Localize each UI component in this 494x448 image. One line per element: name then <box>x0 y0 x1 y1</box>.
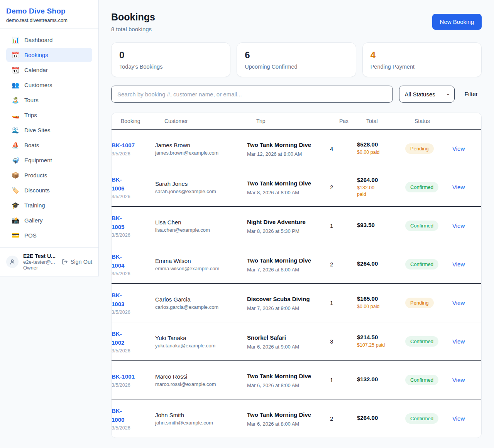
status-cell: Confirmed <box>405 375 452 385</box>
view-link[interactable]: View <box>452 145 465 152</box>
sidebar-item-dive-sites[interactable]: 🌊 Dive Sites <box>6 123 92 137</box>
sidebar-item-equipment[interactable]: 🤿 Equipment <box>6 153 92 167</box>
total-cell: $214.50 $107.25 paid <box>357 334 405 349</box>
pax-cell: 2 <box>330 184 357 190</box>
status-badge: Confirmed <box>405 182 438 192</box>
sidebar-item-boats[interactable]: ⛵ Boats <box>6 138 92 152</box>
booking-id-link[interactable]: BK- 1002 <box>112 329 150 347</box>
booking-cell: BK- 1005 3/5/2026 <box>112 214 155 238</box>
people-icon: 👥 <box>12 82 19 88</box>
sidebar-item-discounts[interactable]: 🏷️ Discounts <box>6 183 92 197</box>
view-link[interactable]: View <box>452 377 465 383</box>
booking-id-link[interactable]: BK- 1005 <box>112 214 150 232</box>
user-email: e2e-tester@... <box>23 259 57 265</box>
paid-amount: $0.00 paid <box>357 149 400 156</box>
customer-cell: Carlos Garcia carlos.garcia@example.com <box>155 296 247 310</box>
sidebar-item-products[interactable]: 📦 Products <box>6 168 92 182</box>
customer-cell: Marco Rossi marco.rossi@example.com <box>155 373 247 387</box>
stat-card: 6 Upcoming Confirmed <box>237 42 356 77</box>
total-amount: $528.00 <box>357 141 400 148</box>
trip-datetime: Mar 6, 2026 at 9:00 AM <box>247 344 325 350</box>
total-cell: $264.00 $132.00 paid <box>357 177 405 198</box>
booking-id-link[interactable]: BK-1001 <box>112 372 150 381</box>
view-link[interactable]: View <box>452 261 465 268</box>
booking-id-link[interactable]: BK- 1003 <box>112 291 150 309</box>
package-icon: 📦 <box>12 172 19 179</box>
customer-email: sarah.jones@example.com <box>155 189 242 194</box>
sidebar-item-tours[interactable]: 🏝️ Tours <box>6 93 92 107</box>
booking-id-link[interactable]: BK- 1006 <box>112 175 150 193</box>
avatar <box>6 256 19 268</box>
total-cell: $93.50 <box>357 222 405 230</box>
sidebar-item-calendar[interactable]: 📆 Calendar <box>6 63 92 77</box>
sidebar-item-pos[interactable]: 💳 POS <box>6 228 92 243</box>
trip-cell: Night Dive Adventure Mar 8, 2026 at 5:30… <box>247 217 330 234</box>
status-cell: Confirmed <box>405 336 452 347</box>
booking-date: 3/5/2026 <box>112 382 150 388</box>
booking-id-link[interactable]: BK-1007 <box>112 141 150 150</box>
credit-card-icon: 💳 <box>12 232 19 239</box>
new-booking-button[interactable]: New Booking <box>432 14 482 30</box>
table-row: BK- 1006 3/5/2026 Sarah Jones sarah.jone… <box>112 168 481 206</box>
view-link[interactable]: View <box>452 184 465 190</box>
paid-amount: $0.00 paid <box>357 303 400 310</box>
sidebar-item-dashboard[interactable]: 📊 Dashboard <box>6 33 92 47</box>
booking-date: 3/5/2026 <box>112 310 150 315</box>
user-section: E2E Test U... e2e-tester@... Owner Sign … <box>0 247 98 276</box>
sidebar-item-label: Discounts <box>24 187 50 194</box>
actions-cell: View <box>452 377 473 384</box>
island-icon: 🏝️ <box>12 97 19 103</box>
trip-cell: Two Tank Morning Dive Mar 12, 2026 at 8:… <box>247 140 330 157</box>
status-badge: Pending <box>405 298 434 308</box>
table-row: BK-1007 3/5/2026 James Brown james.brown… <box>112 129 481 168</box>
page-header: Bookings 8 total bookings New Booking <box>111 12 482 32</box>
trip-cell: Snorkel Safari Mar 6, 2026 at 9:00 AM <box>247 333 330 350</box>
total-amount: $165.00 <box>357 295 400 302</box>
page-subtitle: 8 total bookings <box>111 26 155 32</box>
status-cell: Confirmed <box>405 182 452 192</box>
status-filter-select[interactable]: All Statuses <box>399 86 455 103</box>
booking-id-link[interactable]: BK- 1000 <box>112 406 150 424</box>
total-amount: $214.50 <box>357 334 400 340</box>
sidebar-item-bookings[interactable]: 📅 Bookings <box>6 48 92 62</box>
sidebar-item-gallery[interactable]: 📸 Gallery <box>6 213 92 227</box>
sidebar-item-label: Trips <box>24 112 37 118</box>
stat-label: Pending Payment <box>370 64 474 70</box>
column-header-pax: Pax <box>339 118 366 124</box>
booking-id-link[interactable]: BK- 1004 <box>112 252 150 270</box>
sidebar-item-trips[interactable]: 🚤 Trips <box>6 108 92 122</box>
booking-date: 3/5/2026 <box>112 348 150 354</box>
filter-button[interactable]: Filter <box>461 88 482 100</box>
view-link[interactable]: View <box>452 415 465 422</box>
sidebar-item-label: Gallery <box>24 217 43 224</box>
table-header-row: Booking Customer Trip Pax Total Status <box>112 113 481 129</box>
sidebar-item-customers[interactable]: 👥 Customers <box>6 78 92 92</box>
sidebar-item-label: Tours <box>24 97 39 103</box>
actions-cell: View <box>452 300 473 307</box>
booking-cell: BK- 1003 3/5/2026 <box>112 291 155 315</box>
trip-cell: Discover Scuba Diving Mar 7, 2026 at 9:0… <box>247 295 330 311</box>
customer-name: James Brown <box>155 142 242 148</box>
sidebar-item-training[interactable]: 🎓 Training <box>6 198 92 212</box>
stat-card: 0 Today's Bookings <box>111 42 230 77</box>
customer-cell: Lisa Chen lisa.chen@example.com <box>155 219 247 233</box>
bookings-table: Booking Customer Trip Pax Total Status B… <box>111 113 482 438</box>
status-badge: Confirmed <box>405 413 438 424</box>
view-link[interactable]: View <box>452 338 465 345</box>
booking-cell: BK-1001 3/5/2026 <box>112 372 155 387</box>
view-link[interactable]: View <box>452 300 465 306</box>
search-input[interactable] <box>111 86 393 103</box>
status-badge: Confirmed <box>405 259 438 269</box>
total-amount: $93.50 <box>357 222 400 228</box>
view-link[interactable]: View <box>452 222 465 229</box>
status-badge: Confirmed <box>405 221 438 231</box>
sign-out-button[interactable]: Sign Out <box>62 259 92 265</box>
customer-email: james.brown@example.com <box>155 150 242 156</box>
trip-name: Two Tank Morning Dive <box>247 256 325 265</box>
sidebar: Demo Dive Shop demo.test.divestreams.com… <box>0 0 99 276</box>
table-row: BK- 1002 3/5/2026 Yuki Tanaka yuki.tanak… <box>112 322 481 360</box>
customer-email: yuki.tanaka@example.com <box>155 343 242 349</box>
total-cell: $264.00 <box>357 260 405 268</box>
page-title: Bookings <box>111 12 155 23</box>
sidebar-item-label: Calendar <box>24 67 48 73</box>
